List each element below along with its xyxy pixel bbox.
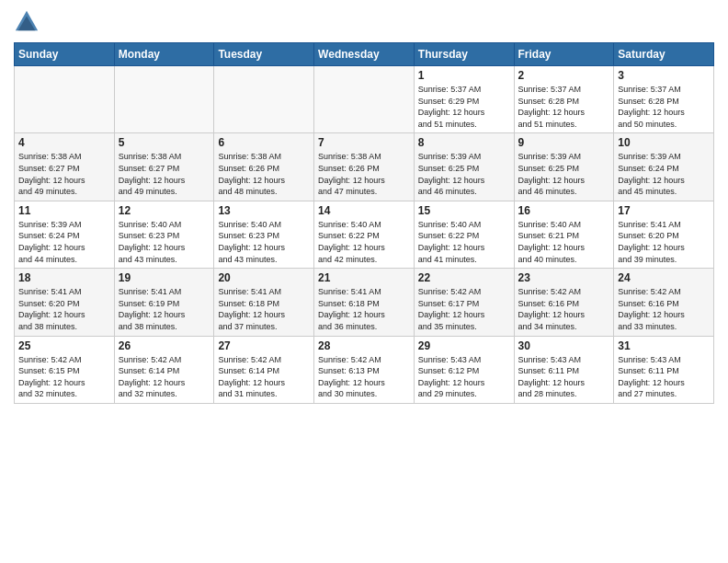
day-number: 1 [418,69,510,82]
day-number: 26 [119,339,210,352]
day-number: 18 [18,271,110,284]
day-info: Sunrise: 5:39 AM Sunset: 6:25 PM Dayligh… [518,151,610,197]
day-info: Sunrise: 5:39 AM Sunset: 6:24 PM Dayligh… [18,219,110,265]
day-number: 12 [119,204,210,217]
day-info: Sunrise: 5:38 AM Sunset: 6:26 PM Dayligh… [218,151,310,197]
day-info: Sunrise: 5:39 AM Sunset: 6:24 PM Dayligh… [618,151,710,197]
calendar-week-row: 18Sunrise: 5:41 AM Sunset: 6:20 PM Dayli… [15,269,714,336]
header [14,9,714,35]
day-info: Sunrise: 5:42 AM Sunset: 6:17 PM Dayligh… [418,286,510,332]
day-number: 29 [418,339,510,352]
day-number: 10 [618,136,710,149]
calendar-day-header: Tuesday [214,43,314,66]
day-info: Sunrise: 5:40 AM Sunset: 6:23 PM Dayligh… [119,219,210,265]
calendar-week-row: 4Sunrise: 5:38 AM Sunset: 6:27 PM Daylig… [15,133,714,201]
calendar-day-cell: 26Sunrise: 5:42 AM Sunset: 6:14 PM Dayli… [114,336,214,403]
day-number: 14 [318,204,410,217]
calendar-day-cell [314,66,415,133]
calendar-day-cell: 22Sunrise: 5:42 AM Sunset: 6:17 PM Dayli… [414,269,514,336]
calendar-day-cell: 28Sunrise: 5:42 AM Sunset: 6:13 PM Dayli… [314,336,415,403]
day-info: Sunrise: 5:40 AM Sunset: 6:21 PM Dayligh… [518,219,610,265]
day-info: Sunrise: 5:38 AM Sunset: 6:27 PM Dayligh… [18,151,110,197]
logo [14,9,43,35]
calendar-day-cell: 16Sunrise: 5:40 AM Sunset: 6:21 PM Dayli… [514,201,614,268]
day-info: Sunrise: 5:38 AM Sunset: 6:27 PM Dayligh… [119,151,210,197]
day-info: Sunrise: 5:42 AM Sunset: 6:16 PM Dayligh… [618,286,710,332]
day-info: Sunrise: 5:41 AM Sunset: 6:20 PM Dayligh… [18,286,110,332]
day-number: 24 [618,271,710,284]
day-info: Sunrise: 5:41 AM Sunset: 6:18 PM Dayligh… [218,286,310,332]
day-number: 4 [18,136,110,149]
calendar-day-cell: 21Sunrise: 5:41 AM Sunset: 6:18 PM Dayli… [314,269,415,336]
calendar-day-cell: 6Sunrise: 5:38 AM Sunset: 6:26 PM Daylig… [214,133,314,201]
day-number: 31 [618,339,710,352]
day-info: Sunrise: 5:43 AM Sunset: 6:11 PM Dayligh… [618,354,710,400]
calendar-day-header: Wednesday [314,43,415,66]
calendar-day-cell: 3Sunrise: 5:37 AM Sunset: 6:28 PM Daylig… [614,66,714,133]
logo-icon [14,9,40,35]
calendar-day-cell: 31Sunrise: 5:43 AM Sunset: 6:11 PM Dayli… [614,336,714,403]
day-number: 13 [218,204,310,217]
calendar-day-cell: 10Sunrise: 5:39 AM Sunset: 6:24 PM Dayli… [614,133,714,201]
day-info: Sunrise: 5:37 AM Sunset: 6:28 PM Dayligh… [618,84,710,130]
day-number: 3 [618,69,710,82]
day-info: Sunrise: 5:40 AM Sunset: 6:22 PM Dayligh… [418,219,510,265]
day-number: 30 [518,339,610,352]
calendar-day-cell: 30Sunrise: 5:43 AM Sunset: 6:11 PM Dayli… [514,336,614,403]
calendar-day-cell: 5Sunrise: 5:38 AM Sunset: 6:27 PM Daylig… [114,133,214,201]
day-info: Sunrise: 5:42 AM Sunset: 6:15 PM Dayligh… [18,354,110,400]
day-number: 23 [518,271,610,284]
day-number: 7 [318,136,410,149]
calendar-day-header: Thursday [414,43,514,66]
day-number: 20 [218,271,310,284]
calendar-day-cell: 20Sunrise: 5:41 AM Sunset: 6:18 PM Dayli… [214,269,314,336]
day-number: 21 [318,271,410,284]
calendar-day-cell: 23Sunrise: 5:42 AM Sunset: 6:16 PM Dayli… [514,269,614,336]
day-info: Sunrise: 5:43 AM Sunset: 6:12 PM Dayligh… [418,354,510,400]
calendar-day-cell: 8Sunrise: 5:39 AM Sunset: 6:25 PM Daylig… [414,133,514,201]
page-container: SundayMondayTuesdayWednesdayThursdayFrid… [0,0,728,413]
calendar-week-row: 25Sunrise: 5:42 AM Sunset: 6:15 PM Dayli… [15,336,714,403]
calendar-day-cell: 11Sunrise: 5:39 AM Sunset: 6:24 PM Dayli… [15,201,115,268]
day-number: 25 [18,339,110,352]
day-info: Sunrise: 5:39 AM Sunset: 6:25 PM Dayligh… [418,151,510,197]
calendar-day-cell: 24Sunrise: 5:42 AM Sunset: 6:16 PM Dayli… [614,269,714,336]
day-info: Sunrise: 5:40 AM Sunset: 6:23 PM Dayligh… [218,219,310,265]
day-info: Sunrise: 5:43 AM Sunset: 6:11 PM Dayligh… [518,354,610,400]
calendar-week-row: 11Sunrise: 5:39 AM Sunset: 6:24 PM Dayli… [15,201,714,268]
calendar-day-cell [114,66,214,133]
day-number: 8 [418,136,510,149]
calendar-day-header: Monday [114,43,214,66]
day-number: 27 [218,339,310,352]
day-info: Sunrise: 5:42 AM Sunset: 6:14 PM Dayligh… [218,354,310,400]
calendar-day-cell: 29Sunrise: 5:43 AM Sunset: 6:12 PM Dayli… [414,336,514,403]
calendar-day-header: Sunday [15,43,115,66]
day-number: 9 [518,136,610,149]
day-number: 15 [418,204,510,217]
day-number: 22 [418,271,510,284]
day-info: Sunrise: 5:40 AM Sunset: 6:22 PM Dayligh… [318,219,410,265]
day-number: 2 [518,69,610,82]
calendar-day-cell: 4Sunrise: 5:38 AM Sunset: 6:27 PM Daylig… [15,133,115,201]
day-info: Sunrise: 5:41 AM Sunset: 6:20 PM Dayligh… [618,219,710,265]
calendar-day-cell [214,66,314,133]
day-info: Sunrise: 5:37 AM Sunset: 6:28 PM Dayligh… [518,84,610,130]
calendar-day-cell: 7Sunrise: 5:38 AM Sunset: 6:26 PM Daylig… [314,133,415,201]
calendar-day-cell: 27Sunrise: 5:42 AM Sunset: 6:14 PM Dayli… [214,336,314,403]
calendar-day-header: Friday [514,43,614,66]
day-info: Sunrise: 5:42 AM Sunset: 6:14 PM Dayligh… [119,354,210,400]
calendar-day-cell: 9Sunrise: 5:39 AM Sunset: 6:25 PM Daylig… [514,133,614,201]
day-number: 5 [119,136,210,149]
day-info: Sunrise: 5:41 AM Sunset: 6:18 PM Dayligh… [318,286,410,332]
calendar-table: SundayMondayTuesdayWednesdayThursdayFrid… [14,42,714,404]
day-info: Sunrise: 5:37 AM Sunset: 6:29 PM Dayligh… [418,84,510,130]
calendar-header-row: SundayMondayTuesdayWednesdayThursdayFrid… [15,43,714,66]
calendar-week-row: 1Sunrise: 5:37 AM Sunset: 6:29 PM Daylig… [15,66,714,133]
calendar-day-cell: 2Sunrise: 5:37 AM Sunset: 6:28 PM Daylig… [514,66,614,133]
calendar-day-cell: 25Sunrise: 5:42 AM Sunset: 6:15 PM Dayli… [15,336,115,403]
day-info: Sunrise: 5:41 AM Sunset: 6:19 PM Dayligh… [119,286,210,332]
day-number: 19 [119,271,210,284]
calendar-day-cell [15,66,115,133]
day-number: 17 [618,204,710,217]
calendar-day-cell: 17Sunrise: 5:41 AM Sunset: 6:20 PM Dayli… [614,201,714,268]
